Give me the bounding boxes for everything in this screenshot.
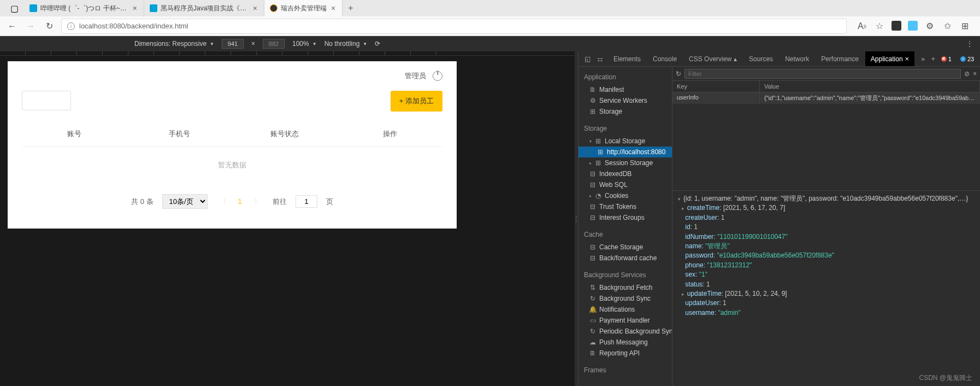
close-icon[interactable]: × [330, 4, 336, 13]
prev-page[interactable]: 〈 [216, 197, 229, 206]
database-icon: ⊟ [589, 203, 596, 210]
close-icon[interactable]: × [252, 4, 258, 13]
item-websql[interactable]: ⊟Web SQL [578, 179, 672, 190]
chevron-down-icon: ▼ [312, 42, 317, 46]
fetch-icon: ⇅ [589, 284, 596, 291]
item-local-storage[interactable]: ▾⊞Local Storage [578, 136, 672, 147]
goto-input[interactable] [296, 195, 317, 208]
back-button[interactable]: ← [5, 20, 19, 33]
item-notifications[interactable]: 🔔Notifications [578, 304, 672, 315]
read-aloud-icon[interactable]: A)) [857, 21, 867, 32]
chevron-down-icon: ▾ [589, 139, 592, 144]
dimensions-dropdown[interactable]: Dimensions: Responsive ▼ [134, 40, 214, 48]
inspect-icon[interactable]: ◱ [582, 55, 593, 63]
item-cache-storage[interactable]: ⊟Cache Storage [578, 242, 672, 253]
item-local-storage-url[interactable]: ⊞http://localhost:8080 [578, 147, 672, 157]
refresh-button[interactable]: ↻ [43, 20, 56, 33]
tab-application[interactable]: Application× [865, 51, 914, 66]
gear-icon: ⚙ [589, 97, 596, 104]
logout-icon[interactable] [433, 71, 442, 81]
item-interest-groups[interactable]: ⊟Interest Groups [578, 212, 672, 223]
tab-console[interactable]: Console [647, 51, 682, 66]
address-bar: ← → ↻ i localhost:8080/backend/index.htm… [0, 16, 980, 36]
close-icon[interactable]: × [132, 4, 138, 13]
url-input[interactable]: i localhost:8080/backend/index.html [61, 19, 847, 34]
item-reporting[interactable]: 🗎Reporting API [578, 348, 672, 359]
refresh-icon[interactable]: ↻ [676, 70, 681, 78]
forward-button[interactable]: → [24, 20, 37, 33]
more-tabs[interactable]: » [916, 51, 930, 66]
col-key[interactable]: Key [672, 81, 760, 92]
collections-icon[interactable]: ⊞ [959, 21, 970, 32]
delete-icon[interactable]: × [973, 70, 977, 78]
favorites-icon[interactable]: ✩ [942, 21, 953, 32]
database-icon: ⊟ [589, 214, 596, 221]
tab-sources[interactable]: Sources [743, 51, 778, 66]
tab-css-overview[interactable]: CSS Overview ▴ [683, 51, 742, 66]
tab-manager-icon[interactable]: ▢ [9, 3, 20, 14]
value-detail: ▾{id: 1, username: "admin", name: "管理员",… [672, 191, 980, 386]
zoom-dropdown[interactable]: 100% ▼ [292, 40, 317, 48]
item-storage[interactable]: ⊞Storage [578, 106, 672, 117]
watermark: CSDN @鬼鬼骑士 [919, 373, 972, 383]
item-service-workers[interactable]: ⚙Service Workers [578, 95, 672, 106]
tab-performance[interactable]: Performance [816, 51, 864, 66]
search-input[interactable] [22, 91, 71, 110]
database-icon: ⊟ [589, 182, 596, 188]
devtools-panel: ◱ ⚏ Elements Console CSS Overview ▴ Sour… [578, 51, 980, 386]
item-indexeddb[interactable]: ⊟IndexedDB [578, 168, 672, 179]
grid-icon: ⊞ [595, 138, 601, 144]
col-value[interactable]: Value [760, 81, 980, 92]
grid-icon: ⊞ [597, 149, 604, 155]
tab-network[interactable]: Network [780, 51, 814, 66]
tab-bilibili[interactable]: 哔哩哔哩 (゜-゜)つロ 干杯~-bilib × [24, 0, 144, 16]
item-push[interactable]: ☁Push Messaging [578, 337, 672, 348]
tab-elements[interactable]: Elements [608, 51, 646, 66]
rotate-icon[interactable]: ⟳ [375, 40, 380, 48]
device-icon[interactable]: ⚏ [594, 55, 606, 63]
item-trust-tokens[interactable]: ⊟Trust Tokens [578, 201, 672, 212]
info-badge[interactable]: i23 [958, 55, 977, 63]
add-employee-button[interactable]: + 添加员工 [391, 91, 442, 112]
error-badge[interactable]: ✖1 [938, 55, 954, 63]
extension-icon[interactable] [908, 21, 918, 31]
item-bg-fetch[interactable]: ⇅Background Fetch [578, 282, 672, 293]
new-tab-button[interactable]: + [343, 3, 358, 13]
sync-icon: ↻ [589, 328, 596, 335]
item-bfcache[interactable]: ⊟Back/forward cache [578, 253, 672, 264]
perpage-select[interactable]: 10条/页 [162, 194, 208, 209]
empty-state: 暂无数据 [22, 147, 442, 183]
item-manifest[interactable]: 🗎Manifest [578, 84, 672, 95]
item-session-storage[interactable]: ▸⊞Session Storage [578, 157, 672, 168]
bell-icon: 🔔 [589, 306, 596, 313]
tab-label: 瑞吉外卖管理端 [281, 4, 327, 13]
tab-heima[interactable]: 黑马程序员Java项目实战《瑞吉 × [144, 0, 264, 16]
filter-input[interactable] [684, 69, 961, 79]
item-bg-sync[interactable]: ↻Background Sync [578, 293, 672, 304]
height-input[interactable] [263, 39, 285, 49]
total-count: 共 0 条 [131, 197, 153, 207]
item-cookies[interactable]: ▸◔Cookies [578, 190, 672, 201]
clear-icon[interactable]: ⊘ [964, 70, 970, 78]
chevron-down-icon: ▼ [363, 42, 367, 46]
current-page[interactable]: 1 [238, 197, 242, 206]
expand-icon[interactable]: + [931, 55, 935, 63]
extension-icon[interactable] [892, 21, 901, 31]
col-account: 账号 [22, 129, 127, 139]
throttling-dropdown[interactable]: No throttling ▼ [324, 40, 368, 48]
more-icon[interactable]: ⋮ [966, 39, 973, 48]
file-icon: 🗎 [589, 86, 596, 93]
extensions-icon[interactable]: ⚙ [924, 21, 935, 32]
sync-icon: ↻ [589, 295, 596, 302]
browser-tabs-bar: ▢ 哔哩哔哩 (゜-゜)つロ 干杯~-bilib × 黑马程序员Java项目实战… [0, 0, 980, 16]
close-icon[interactable]: × [905, 55, 910, 63]
site-info-icon[interactable]: i [67, 22, 75, 30]
favorite-icon[interactable]: ☆ [874, 21, 885, 32]
item-periodic-sync[interactable]: ↻Periodic Background Sync [578, 326, 672, 337]
next-page[interactable]: 〉 [251, 197, 264, 206]
tab-reggie[interactable]: 瑞吉外卖管理端 × [264, 0, 343, 16]
item-payment[interactable]: ▭Payment Handler [578, 315, 672, 326]
cookie-icon: ◔ [595, 192, 601, 199]
width-input[interactable] [222, 39, 244, 49]
storage-row[interactable]: userInfo {"id":1,"username":"admin","nam… [672, 92, 980, 104]
